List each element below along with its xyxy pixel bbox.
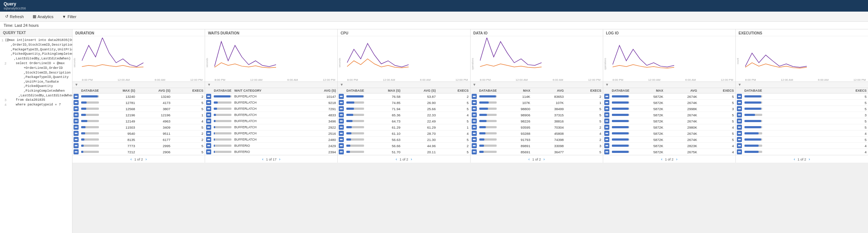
query-text: 1(@max int)insert into data201835(OrderL… (0, 37, 72, 109)
table-row: 4 (736, 149, 868, 155)
execs-cell: 2 (172, 137, 205, 143)
table-row: 4 (736, 130, 868, 137)
bar-cell (80, 112, 100, 118)
db-icon (472, 143, 477, 148)
table-row: 5 (736, 124, 868, 130)
table-row: 12196 12196 1 (72, 112, 205, 118)
table-filter-icon[interactable]: ▼ (738, 83, 742, 87)
bar-cell (212, 130, 233, 137)
db-cell (205, 112, 212, 118)
db-icon (74, 100, 79, 105)
filter-button[interactable]: ▼ Filter (61, 14, 78, 20)
db-cell (72, 149, 80, 155)
table-row: BUFFERIO 2429 (205, 143, 337, 149)
bar-cell (743, 143, 764, 149)
next-page-btn[interactable]: › (542, 157, 546, 161)
next-page-btn[interactable]: › (808, 157, 811, 161)
execs-cell: 4 (698, 124, 735, 130)
db-icon (472, 112, 477, 117)
db-icon (604, 149, 609, 154)
avg-cell: 45808 (532, 130, 565, 137)
bar-cell (743, 93, 764, 100)
bar-cell (345, 130, 366, 137)
max-cell: 61.29 (366, 124, 402, 130)
execs-cell: 3 (764, 112, 868, 118)
table-filter-icon[interactable]: ▼ (75, 83, 79, 87)
bar-cell (345, 118, 366, 124)
table-filter-icon[interactable]: ▼ (207, 83, 212, 87)
db-cell (72, 130, 80, 137)
execs-cell: 4 (565, 130, 603, 137)
page-indicator: 1 of 2 (665, 157, 673, 161)
table-duration: DATABASEMAX (S) AVG (S) EXECS 13240 1324… (72, 88, 205, 155)
avg-cell: 25.66 (402, 106, 437, 112)
db-icon (74, 118, 79, 124)
next-page-btn[interactable]: › (278, 157, 281, 161)
db-icon (74, 131, 79, 136)
db-cell (338, 149, 345, 155)
table-row: 5872K 2674K 5 (603, 112, 735, 118)
next-page-btn[interactable]: › (144, 157, 148, 161)
main-content: QUERY TEXT 1(@max int)insert into data20… (0, 29, 868, 233)
bar-cell (80, 118, 100, 124)
bar-cell (212, 143, 233, 149)
db-icon (74, 149, 79, 154)
table-row: 71.94 25.66 5 (338, 106, 470, 112)
col-db: DATABASE (610, 88, 631, 93)
avg-cell: 13240 (137, 93, 172, 100)
chart-duration: seconds (72, 36, 205, 80)
refresh-button[interactable]: ↺ Refresh (4, 13, 25, 20)
db-cell (338, 100, 345, 106)
bar-cell (743, 124, 764, 130)
execs-cell: 3 (698, 106, 735, 112)
db-icon (472, 94, 477, 99)
table-row: 5 (736, 118, 868, 124)
db-icon (339, 106, 344, 111)
table-filter-icon[interactable]: ▼ (340, 83, 344, 87)
table-filter-row-duration: ▼ (72, 82, 205, 88)
db-cell (603, 124, 610, 130)
prev-page-btn[interactable]: ‹ (395, 157, 398, 161)
max-cell: 74.85 (366, 100, 402, 106)
avg-cell: 4963 (137, 118, 172, 124)
max-cell: 5872K (631, 137, 665, 143)
prev-page-btn[interactable]: ‹ (129, 157, 133, 161)
execs-cell: 5 (698, 137, 735, 143)
next-page-btn[interactable]: › (410, 157, 413, 161)
max-cell: 93288 (498, 130, 531, 137)
db-icon (206, 137, 211, 142)
bar-cell (743, 106, 764, 112)
execs-cell: 5 (698, 93, 735, 100)
page-indicator: 1 of 2 (400, 157, 408, 161)
pagination-dataIo: ‹ 1 of 2 › (471, 155, 603, 163)
table-row: 98800 38499 5 (471, 106, 603, 112)
db-cell (205, 106, 212, 112)
category-cell: BUFFERLATCH (233, 100, 303, 106)
db-cell (603, 130, 610, 137)
table-filter-row-executions: ▼ (736, 82, 868, 88)
table-filter-icon[interactable]: ▼ (605, 83, 610, 87)
db-icon (339, 131, 344, 136)
prev-page-btn[interactable]: ‹ (660, 157, 664, 161)
analytics-button[interactable]: ▦ Analytics (31, 13, 55, 20)
col-avg: AVG (665, 88, 699, 93)
next-page-btn[interactable]: › (675, 157, 679, 161)
table-row: 5 (736, 106, 868, 112)
pagination-logIo: ‹ 1 of 2 › (603, 155, 735, 163)
prev-page-btn[interactable]: ‹ (793, 157, 796, 161)
avg-cell: 2674K (665, 137, 699, 143)
table-filter-icon[interactable]: ▼ (473, 83, 477, 87)
db-cell (205, 124, 212, 130)
db-cell (603, 149, 610, 155)
max-cell: 76.58 (366, 93, 402, 100)
db-cell (338, 124, 345, 130)
db-cell (471, 130, 478, 137)
prev-page-btn[interactable]: ‹ (261, 157, 265, 161)
table-row: 91793 74398 2 (471, 137, 603, 143)
execs-cell: 4 (764, 143, 868, 149)
bar-cell (212, 149, 233, 155)
db-cell (603, 112, 610, 118)
prev-page-btn[interactable]: ‹ (527, 157, 531, 161)
avg-cell: 9218 (302, 100, 337, 106)
table-row: 93595 70304 2 (471, 124, 603, 130)
